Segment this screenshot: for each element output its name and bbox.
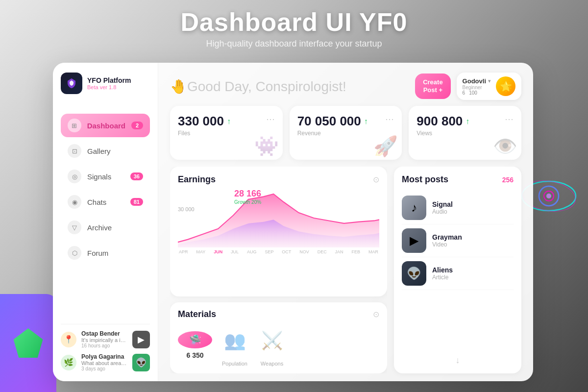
month-jul: JUL bbox=[231, 249, 239, 254]
earnings-chart: 28 166 Growth 20% 30 000 bbox=[178, 189, 379, 247]
materials-options-icon[interactable]: ⊙ bbox=[373, 310, 379, 319]
revenue-arrow: ↑ bbox=[364, 117, 368, 126]
stat-card-revenue: 70 050 000 ↑ Revenue ⋯ 🚀 bbox=[290, 106, 402, 160]
main-content: 🤚Good Day, Conspirologist! Create Post +… bbox=[158, 63, 533, 381]
material-weapons: ⚔️ Weapons bbox=[257, 323, 287, 367]
materials-card: Materials ⊙ 🛸 6 350 👥 Population bbox=[170, 302, 387, 373]
gallery-icon: ⊡ bbox=[68, 144, 81, 158]
chats-icon: ◉ bbox=[68, 195, 81, 209]
create-post-button[interactable]: Create Post + bbox=[415, 74, 450, 98]
archive-icon: ▽ bbox=[68, 220, 81, 234]
weapons-label: Weapons bbox=[261, 361, 283, 367]
most-posts-card: Most posts 256 ♪ Signal Audio ▶ bbox=[394, 167, 521, 373]
user-dropdown-icon[interactable]: ▾ bbox=[488, 78, 491, 84]
revenue-more-icon[interactable]: ⋯ bbox=[385, 114, 394, 124]
chat-avatar-1: 📍 bbox=[61, 332, 76, 347]
user-role: Beginner bbox=[463, 85, 491, 90]
chat-content-1: Ostap Bender It's impirically a impossib… bbox=[81, 330, 127, 348]
archive-label: Archive bbox=[87, 223, 143, 232]
sidebar-item-signals[interactable]: ◎ Signals 36 bbox=[61, 165, 150, 188]
user-stat1: 6 bbox=[463, 90, 466, 96]
materials-content: 🛸 6 350 👥 Population ⚔️ Weapons bbox=[178, 323, 379, 367]
user-avatar: 🌟 bbox=[496, 76, 515, 96]
video-icon: ▶ bbox=[410, 234, 418, 247]
aliens-type: Article bbox=[432, 274, 453, 281]
stats-row: 330 000 ↑ Files ⋯ 👾 70 050 000 ↑ bbox=[158, 106, 533, 167]
signal-name: Signal bbox=[432, 200, 453, 208]
chat-preview-1: It's impirically a impossible to... bbox=[81, 337, 127, 343]
grayman-info: Grayman Video bbox=[432, 233, 462, 248]
sidebar-item-chats[interactable]: ◉ Chats 81 bbox=[61, 190, 150, 214]
files-more-icon[interactable]: ⋯ bbox=[266, 114, 275, 124]
signals-badge: 36 bbox=[130, 172, 143, 180]
scroll-down-icon[interactable]: ↓ bbox=[402, 355, 514, 366]
chat-previews: 📍 Ostap Bender It's impirically a imposs… bbox=[61, 324, 150, 371]
views-value: 900 800 bbox=[416, 114, 463, 129]
material-ufo: 🛸 6 350 bbox=[178, 331, 212, 359]
gallery-label: Gallery bbox=[87, 147, 143, 155]
platform-version: Beta ver 1.8 bbox=[87, 84, 131, 90]
gem-icon bbox=[14, 328, 43, 358]
files-label: Files bbox=[178, 130, 231, 137]
chart-months: APR MAY JUN JUL AUG SEP OCT NOV DEC JAN … bbox=[178, 249, 379, 254]
main-header: 🤚Good Day, Conspirologist! Create Post +… bbox=[158, 63, 533, 106]
post-item-grayman[interactable]: ▶ Grayman Video bbox=[402, 224, 514, 257]
chat-preview-2: What about area 51 and 6? bbox=[81, 360, 127, 366]
greeting-text: 🤚Good Day, Conspirologist! bbox=[170, 78, 409, 95]
aliens-icon: 👽 bbox=[407, 267, 421, 280]
sidebar-item-gallery[interactable]: ⊡ Gallery bbox=[61, 139, 150, 163]
chart-peak-sub: Growth 20% bbox=[234, 199, 261, 205]
bottom-content: Earnings ⊙ 28 166 Growth 20% 30 000 bbox=[158, 167, 533, 381]
month-apr: APR bbox=[179, 249, 188, 254]
signal-thumb: ♪ bbox=[402, 196, 426, 220]
aliens-thumb: 👽 bbox=[402, 261, 426, 286]
signal-type: Audio bbox=[432, 208, 453, 215]
revenue-label: Revenue bbox=[297, 130, 368, 137]
left-bottom: Earnings ⊙ 28 166 Growth 20% 30 000 bbox=[170, 167, 387, 373]
month-nov: NOV bbox=[299, 249, 309, 254]
aliens-name: Aliens bbox=[432, 266, 453, 274]
stat-card-views: 900 800 ↑ Views ⋯ 👁️ bbox=[409, 106, 521, 160]
chart-peak-value: 28 166 bbox=[234, 189, 261, 199]
signals-label: Signals bbox=[87, 172, 124, 181]
signal-icon: ♪ bbox=[411, 201, 417, 215]
dashboard-card: YFO Platform Beta ver 1.8 ⊞ Dashboard 2 … bbox=[53, 63, 533, 381]
sidebar-item-dashboard[interactable]: ⊞ Dashboard 2 bbox=[61, 114, 150, 137]
decorative-bottom-left bbox=[0, 294, 56, 392]
forum-label: Forum bbox=[87, 249, 143, 257]
aliens-info: Aliens Article bbox=[432, 266, 453, 281]
revenue-value: 70 050 000 bbox=[297, 114, 361, 129]
views-more-icon[interactable]: ⋯ bbox=[505, 114, 514, 124]
month-jun: JUN bbox=[214, 249, 222, 254]
platform-name: YFO Platform bbox=[87, 76, 131, 84]
month-aug: AUG bbox=[247, 249, 257, 254]
chart-y-label: 30 000 bbox=[178, 206, 195, 212]
most-posts-header: Most posts 256 bbox=[402, 174, 514, 185]
dashboard-icon: ⊞ bbox=[68, 119, 81, 132]
user-name: Godovli bbox=[463, 77, 486, 85]
sidebar-item-forum[interactable]: ⬡ Forum bbox=[61, 241, 150, 265]
views-label: Views bbox=[416, 130, 469, 137]
earnings-options-icon[interactable]: ⊙ bbox=[373, 175, 379, 184]
forum-icon: ⬡ bbox=[68, 246, 81, 260]
user-profile: Godovli ▾ Beginner 6 100 🌟 bbox=[457, 73, 521, 100]
post-item-signal[interactable]: ♪ Signal Audio bbox=[402, 192, 514, 224]
signal-info: Signal Audio bbox=[432, 200, 453, 215]
dashboard-badge: 2 bbox=[131, 122, 143, 129]
chat-item-1[interactable]: 📍 Ostap Bender It's impirically a imposs… bbox=[61, 330, 150, 348]
chat-name-1: Ostap Bender bbox=[81, 330, 127, 337]
chat-item-2[interactable]: 🌿 Polya Gagarina What about area 51 and … bbox=[61, 353, 150, 371]
earnings-card: Earnings ⊙ 28 166 Growth 20% 30 000 bbox=[170, 167, 387, 296]
post-item-aliens[interactable]: 👽 Aliens Article bbox=[402, 257, 514, 290]
sidebar: YFO Platform Beta ver 1.8 ⊞ Dashboard 2 … bbox=[53, 63, 158, 381]
nav-menu: ⊞ Dashboard 2 ⊡ Gallery ◎ Signals 36 ◉ C… bbox=[61, 114, 150, 324]
chats-label: Chats bbox=[87, 198, 124, 206]
ufo-shape: 🛸 bbox=[178, 331, 212, 348]
sidebar-item-archive[interactable]: ▽ Archive bbox=[61, 216, 150, 239]
logo-text: YFO Platform Beta ver 1.8 bbox=[87, 76, 131, 90]
chat-thumb-1: ▶ bbox=[132, 331, 150, 348]
main-title: Dashboard UI YF0 bbox=[0, 7, 588, 37]
month-jan: JAN bbox=[335, 249, 343, 254]
stat-card-files: 330 000 ↑ Files ⋯ 👾 bbox=[170, 106, 283, 160]
chat-time-2: 3 days ago bbox=[81, 366, 127, 371]
